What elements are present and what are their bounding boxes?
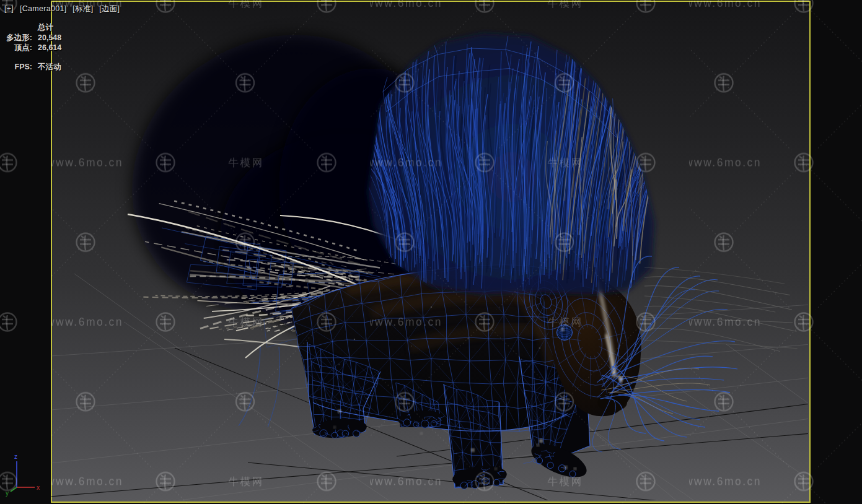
axis-x-label: x bbox=[37, 484, 40, 491]
viewport-menu-button[interactable]: [+] bbox=[4, 4, 14, 13]
vertices-label: 顶点: bbox=[6, 43, 32, 53]
stats-total-label: 总计 bbox=[38, 22, 61, 33]
camera-name-button[interactable]: [Camera001] bbox=[20, 4, 67, 13]
polygons-value: 20,548 bbox=[38, 33, 61, 43]
statistics-panel: 总计 多边形: 20,548 顶点: 26,614 FPS: 不活动 bbox=[6, 22, 61, 72]
stats-fps-row: FPS: 不活动 bbox=[6, 62, 61, 72]
edged-faces-button[interactable]: [边面] bbox=[99, 4, 120, 13]
max-camera-viewport[interactable]: z x y www.6mo.cn 牛模网 bbox=[0, 0, 862, 504]
stats-polygons-row: 多边形: 20,548 bbox=[6, 33, 61, 43]
scene-canvas[interactable]: z x y bbox=[0, 0, 862, 504]
viewport-label: [+] [Camera001] [标准] [边面] bbox=[4, 4, 123, 14]
stats-vertices-row: 顶点: 26,614 bbox=[6, 43, 61, 53]
axis-z-label: z bbox=[14, 453, 17, 460]
stats-total-row: 总计 bbox=[6, 22, 61, 33]
fps-value: 不活动 bbox=[38, 62, 61, 72]
axis-gizmo: z x y bbox=[6, 453, 40, 497]
axis-y-label: y bbox=[6, 490, 9, 497]
shading-mode-button[interactable]: [标准] bbox=[73, 4, 93, 13]
fps-label: FPS: bbox=[6, 62, 32, 72]
blue-hair-mass bbox=[348, 33, 680, 295]
vertices-value: 26,614 bbox=[38, 43, 61, 53]
polygons-label: 多边形: bbox=[6, 33, 32, 43]
